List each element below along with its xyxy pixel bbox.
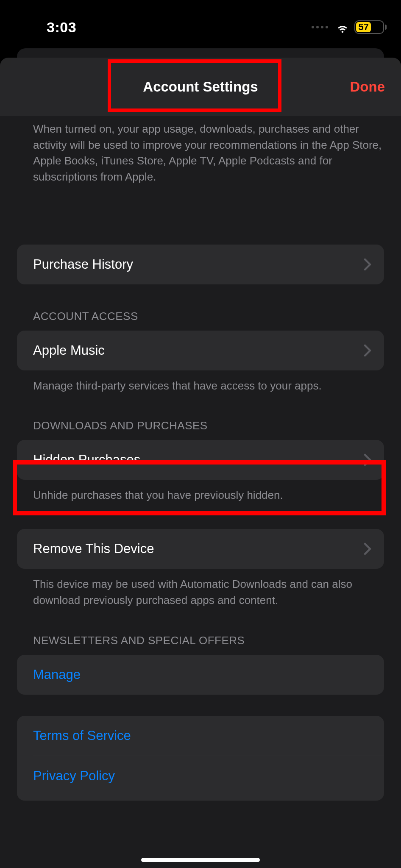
account-access-group: Apple Music bbox=[17, 331, 384, 370]
cellular-dots-icon bbox=[312, 26, 328, 28]
downloads-group: Hidden Purchases bbox=[17, 440, 384, 480]
account-access-footer: Manage third-party services that have ac… bbox=[0, 370, 401, 394]
newsletters-group: Manage bbox=[17, 655, 384, 695]
screen: { "status_bar": { "time": "3:03", "batte… bbox=[0, 0, 401, 868]
chevron-right-icon bbox=[364, 258, 371, 271]
status-bar: 3:03 57 bbox=[0, 0, 401, 47]
purchase-history-row[interactable]: Purchase History bbox=[17, 245, 384, 284]
hidden-purchases-label: Hidden Purchases bbox=[33, 452, 140, 467]
manage-label: Manage bbox=[33, 667, 81, 682]
apple-music-label: Apple Music bbox=[33, 343, 105, 358]
battery-level: 57 bbox=[356, 22, 371, 32]
home-indicator[interactable] bbox=[141, 858, 260, 862]
wifi-icon bbox=[336, 20, 349, 34]
terms-of-service-row[interactable]: Terms of Service bbox=[17, 716, 384, 756]
account-settings-sheet: Account Settings Done When turned on, yo… bbox=[0, 58, 401, 868]
apple-music-row[interactable]: Apple Music bbox=[17, 331, 384, 370]
terms-label: Terms of Service bbox=[33, 728, 131, 743]
hidden-purchases-footer: Unhide purchases that you have previousl… bbox=[0, 480, 401, 504]
personalized-recs-footer: When turned on, your app usage, download… bbox=[0, 116, 401, 185]
chevron-right-icon bbox=[364, 344, 371, 357]
chevron-right-icon bbox=[364, 542, 371, 555]
remove-device-label: Remove This Device bbox=[33, 541, 154, 556]
status-right: 57 bbox=[312, 20, 384, 34]
status-time: 3:03 bbox=[17, 19, 76, 36]
sheet-content: When turned on, your app usage, download… bbox=[0, 116, 401, 868]
hidden-purchases-row[interactable]: Hidden Purchases bbox=[17, 440, 384, 480]
done-button[interactable]: Done bbox=[350, 79, 385, 95]
battery-icon: 57 bbox=[354, 20, 384, 34]
remove-device-group: Remove This Device bbox=[17, 529, 384, 569]
legal-group: Terms of Service Privacy Policy bbox=[17, 716, 384, 801]
newsletters-header: NEWSLETTERS AND SPECIAL OFFERS bbox=[0, 609, 401, 652]
purchase-history-group: Purchase History bbox=[17, 245, 384, 284]
spacer bbox=[0, 185, 401, 215]
account-access-header: ACCOUNT ACCESS bbox=[0, 284, 401, 328]
chevron-right-icon bbox=[364, 453, 371, 466]
sheet-header: Account Settings Done bbox=[0, 58, 401, 116]
privacy-policy-row[interactable]: Privacy Policy bbox=[17, 756, 384, 801]
page-title: Account Settings bbox=[143, 79, 258, 95]
privacy-label: Privacy Policy bbox=[33, 768, 115, 784]
manage-newsletters-row[interactable]: Manage bbox=[17, 655, 384, 695]
downloads-header: DOWNLOADS AND PURCHASES bbox=[0, 394, 401, 437]
remove-device-row[interactable]: Remove This Device bbox=[17, 529, 384, 569]
purchase-history-label: Purchase History bbox=[33, 257, 133, 272]
remove-device-footer: This device may be used with Automatic D… bbox=[0, 569, 401, 608]
